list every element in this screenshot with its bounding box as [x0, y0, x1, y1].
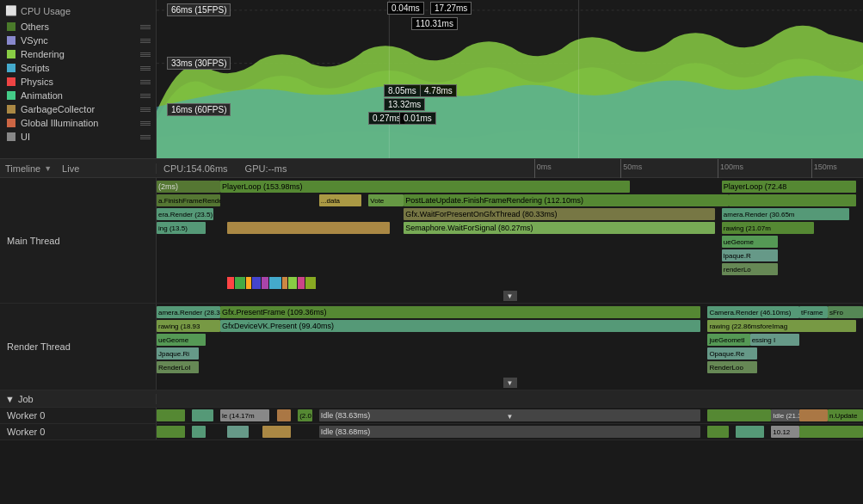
- legend-label-4: Physics: [21, 77, 53, 87]
- profiler-content: Main Thread (2ms) PlayerLoop (153.98ms) …: [0, 178, 863, 504]
- timeline-mode: Live: [62, 163, 79, 174]
- cpu-chart-area: 66ms (15FPS) 33ms (30FPS) 16ms (60FPS) 0…: [157, 0, 863, 158]
- legend-item-garbagecollector[interactable]: GarbageCollector: [0, 102, 156, 116]
- bar-mid1[interactable]: [227, 222, 390, 234]
- ruler-tick-100ms: 100ms: [718, 159, 743, 178]
- bar-renderlo[interactable]: renderLo: [722, 263, 779, 275]
- bar-era-render[interactable]: era.Render (23.5): [157, 208, 213, 220]
- bar-gfx-wait[interactable]: Gfx.WaitForPresentOnGfxThread (80.33ms): [404, 208, 714, 220]
- bar-w0b-green2[interactable]: [707, 426, 729, 438]
- cpu-label: CPU Usage: [21, 6, 71, 16]
- bar-w0-orange2[interactable]: [799, 409, 828, 421]
- render-track-4: Jpaque.Ri Opaque.Re: [157, 347, 863, 360]
- legend-item-scripts[interactable]: Scripts: [0, 61, 156, 75]
- render-thread-scroll-down[interactable]: ▼: [503, 378, 517, 388]
- worker0-track-2: Idle (83.68ms) 10.12: [157, 425, 863, 439]
- timeline-bar: Timeline ▼ Live CPU:154.06ms GPU:--ms 0m…: [0, 159, 863, 178]
- drag-handle-3: [140, 66, 151, 71]
- bar-rawing-rt[interactable]: rawing (18.93: [157, 320, 220, 332]
- bar-camera-render-46[interactable]: Camera.Render (46.10ms): [707, 306, 799, 318]
- legend-item-others[interactable]: Others: [0, 20, 156, 34]
- cpu-usage-panel: ⬜ CPU Usage OthersVSyncRenderingScriptsP…: [0, 0, 863, 159]
- legend-label-1: VSync: [21, 35, 48, 46]
- legend-item-ui[interactable]: UI: [0, 130, 156, 144]
- bar-w0b-10ms[interactable]: 10.12: [771, 426, 799, 438]
- legend-item-global-illumination[interactable]: Global Illumination: [0, 116, 156, 130]
- bar-playerloop-end[interactable]: [729, 194, 856, 206]
- track-row-geome: ueGeome: [157, 235, 863, 249]
- bar-gfx-presentframe[interactable]: Gfx.PresentFrame (109.36ms): [220, 306, 700, 318]
- bar-rawing-22ms[interactable]: rawing (22.86msforeImag: [707, 320, 855, 332]
- bar-essingI[interactable]: essing I: [750, 334, 799, 346]
- bar-playerloop-1[interactable]: PlayerLoop (153.98ms): [220, 181, 630, 193]
- bar-camera-render-end[interactable]: amera.Render (30.65m: [722, 208, 849, 220]
- legend-label-6: GarbageCollector: [21, 104, 95, 114]
- bar-vote[interactable]: Vote: [368, 194, 404, 206]
- legend-item-rendering[interactable]: Rendering: [0, 47, 156, 61]
- timeline-center: CPU:154.06ms GPU:--ms: [157, 163, 517, 174]
- render-thread-tracks: amera.Render (28.34) Gfx.PresentFrame (1…: [157, 304, 863, 390]
- legend-label-7: Global Illumination: [21, 118, 99, 128]
- bar-w0b-green1[interactable]: [157, 426, 185, 438]
- bar-rawing[interactable]: rawing (21.07m: [722, 222, 814, 234]
- bar-data[interactable]: ...data: [319, 194, 361, 206]
- bar-uegeome[interactable]: ueGeome: [722, 236, 779, 248]
- bar-w0b-blue1[interactable]: [227, 426, 249, 438]
- bar-juegeometI[interactable]: jueGeometI: [707, 334, 749, 346]
- worker0-scroll-down-1[interactable]: ▼: [503, 411, 517, 421]
- drag-handle-4: [140, 80, 151, 84]
- bar-uegeome-rt[interactable]: ueGeome: [157, 334, 206, 346]
- worker0-label-2: Worker 0: [0, 424, 157, 439]
- bar-playerloop-2[interactable]: PlayerLoop (72.48: [722, 181, 856, 193]
- bar-gfxdevicevk[interactable]: GfxDeviceVK.Present (99.40ms): [220, 320, 700, 332]
- main-thread-scroll-down[interactable]: ▼: [503, 291, 517, 301]
- worker0-label-1: Worker 0: [0, 408, 157, 423]
- bar-finishframe[interactable]: a.FinishFrameRende: [157, 194, 220, 206]
- bar-2ms[interactable]: (2ms): [157, 181, 220, 193]
- legend-item-animation[interactable]: Animation: [0, 89, 156, 102]
- bar-w0-orange1[interactable]: [277, 409, 291, 421]
- dropdown-arrow[interactable]: ▼: [44, 164, 52, 173]
- cpu-icon: ⬜: [5, 5, 17, 16]
- bar-w0-green2[interactable]: (2.0: [298, 409, 311, 421]
- legend-color-8: [7, 132, 15, 141]
- legend-color-6: [7, 105, 15, 114]
- bar-w0b-idle-main[interactable]: Idle (83.68ms): [319, 426, 700, 438]
- bar-semaphore[interactable]: Semaphore.WaitForSignal (80.27ms): [404, 222, 714, 234]
- bar-postlateupdate[interactable]: PostLateUpdate.FinishFrameRendering (112…: [404, 194, 729, 206]
- bar-w0-green3[interactable]: [707, 409, 771, 421]
- bar-ing[interactable]: ing (13.5): [157, 222, 206, 234]
- bar-sfro[interactable]: sFro: [828, 306, 863, 318]
- bar-w0-teal1[interactable]: [192, 409, 213, 421]
- legend-color-5: [7, 91, 15, 100]
- bar-opaque-re[interactable]: Opaque.Re: [707, 347, 756, 360]
- job-collapse-icon[interactable]: ▼: [5, 394, 15, 404]
- track-row-mixed1: [157, 276, 863, 290]
- bar-w0b-green3[interactable]: [799, 426, 863, 438]
- bar-camera-render-rt[interactable]: amera.Render (28.34): [157, 306, 220, 318]
- bar-w0b-teal2[interactable]: [736, 426, 764, 438]
- bar-renderlooEnd[interactable]: RenderLoo: [707, 361, 756, 373]
- bar-tframe[interactable]: tFrame: [799, 306, 828, 318]
- drag-handle-8: [140, 135, 151, 139]
- worker0-tracks-1: le (14.17m (2.0 Idle (83.63ms) Idle (21.…: [157, 408, 863, 423]
- timeline-ruler-area: 0ms 50ms 100ms 150ms: [517, 159, 864, 178]
- render-track-5: RenderLoI RenderLoo: [157, 360, 863, 374]
- track-row-opaque: lpaque.R: [157, 249, 863, 262]
- legend-label-0: Others: [21, 22, 49, 32]
- bar-w0-idle1[interactable]: le (14.17m: [220, 409, 269, 421]
- bar-w0b-teal1[interactable]: [192, 426, 206, 438]
- legend-item-physics[interactable]: Physics: [0, 75, 156, 89]
- bar-renderloI[interactable]: RenderLoI: [157, 361, 199, 373]
- bar-jpaque-ri[interactable]: Jpaque.Ri: [157, 347, 199, 360]
- ruler-tick-150ms: 150ms: [811, 159, 837, 178]
- legend-item-vsync[interactable]: VSync: [0, 34, 156, 47]
- bar-w0-green1[interactable]: [157, 409, 185, 421]
- bar-lpaque[interactable]: lpaque.R: [722, 249, 779, 261]
- bar-w0-idle2[interactable]: Idle (21.33ms): [771, 409, 799, 421]
- render-thread-label: Render Thread: [0, 304, 157, 390]
- legend-color-3: [7, 64, 15, 72]
- bar-w0-update[interactable]: n.Update: [828, 409, 863, 421]
- bar-w0b-orange1[interactable]: [262, 426, 291, 438]
- legend-color-0: [7, 22, 15, 31]
